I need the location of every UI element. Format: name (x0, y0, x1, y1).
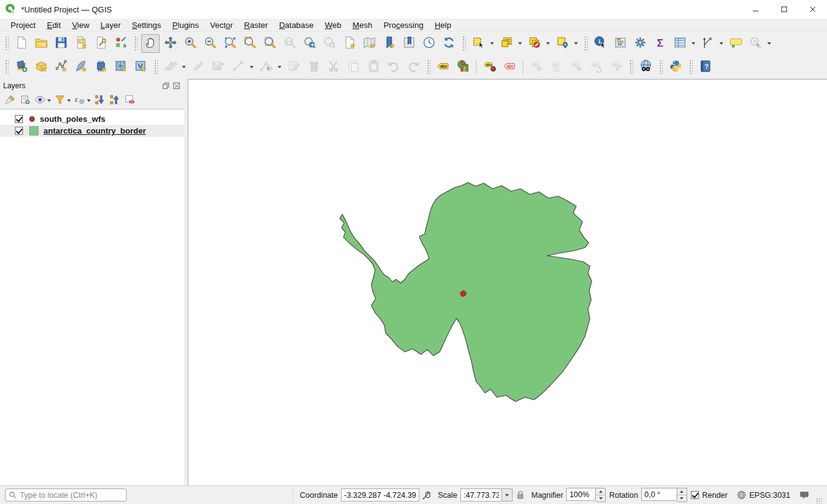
move-label-button[interactable]: abc (567, 58, 585, 76)
menu-settings[interactable]: Settings (126, 19, 167, 31)
menu-project[interactable]: Project (5, 19, 41, 31)
attribute-table-dropdown-button[interactable] (690, 34, 697, 53)
map-canvas[interactable] (188, 79, 827, 485)
deselect-all-dropdown-button[interactable] (544, 34, 552, 53)
scale-dropdown-button[interactable] (501, 488, 513, 502)
new-geopackage-layer-button[interactable] (32, 58, 50, 76)
temporal-controller-button[interactable] (419, 34, 438, 53)
show-layout-manager-button[interactable] (91, 34, 110, 53)
digitize-line-button[interactable] (229, 58, 247, 76)
toolbar-drag-handle[interactable] (659, 60, 663, 75)
select-by-location-dropdown-button[interactable] (572, 34, 580, 53)
vertex-tool-dropdown-button[interactable] (276, 58, 283, 76)
rotation-up-button[interactable] (677, 488, 687, 495)
copy-features-button[interactable] (344, 58, 363, 76)
manage-map-themes-dropdown-button[interactable] (47, 99, 52, 102)
zoom-next-button[interactable] (320, 34, 339, 53)
toolbar-drag-handle[interactable] (462, 36, 466, 51)
pin-unpin-labels-button[interactable]: abc (527, 58, 546, 76)
deselect-all-button[interactable] (525, 34, 544, 53)
zoom-to-selection-button[interactable] (240, 34, 259, 53)
menu-view[interactable]: View (66, 19, 95, 31)
save-layer-edits-button[interactable] (209, 58, 227, 76)
zoom-in-button[interactable] (181, 34, 199, 53)
zoom-full-button[interactable] (221, 34, 239, 53)
remove-layer-button[interactable] (122, 93, 137, 108)
scale-input[interactable] (460, 488, 501, 502)
select-features-button[interactable] (469, 34, 488, 53)
magnifier-input[interactable] (566, 488, 596, 501)
expand-all-button[interactable] (92, 93, 107, 108)
add-group-button[interactable] (17, 93, 32, 108)
new-spatialite-layer-button[interactable] (71, 58, 90, 76)
pan-map-button[interactable] (141, 34, 160, 53)
cut-features-button[interactable] (324, 58, 343, 76)
filter-legend-button[interactable] (52, 93, 67, 108)
layer-labeling-button[interactable]: abc (434, 58, 452, 76)
menu-processing[interactable]: Processing (378, 19, 429, 31)
measure-button[interactable] (698, 34, 717, 53)
field-calculator-button[interactable] (611, 34, 629, 53)
new-virtual-layer-button[interactable] (91, 58, 110, 76)
south-pole-point[interactable] (460, 291, 466, 296)
rotation-spinbox[interactable] (641, 488, 687, 502)
zoom-native-button[interactable]: 1:1 (280, 34, 299, 53)
toolbar-drag-handle[interactable] (689, 60, 693, 75)
zoom-last-button[interactable] (300, 34, 319, 53)
search-tool-dropdown-button[interactable] (765, 34, 773, 53)
resize-grip[interactable] (816, 498, 822, 504)
change-label-properties-button[interactable]: abc (606, 58, 625, 76)
toolbar-drag-handle[interactable] (427, 60, 431, 75)
toolbar-drag-handle[interactable] (5, 60, 9, 75)
delete-selected-button[interactable] (304, 58, 323, 76)
magnifier-down-button[interactable] (596, 495, 605, 502)
lock-scale-icon[interactable] (515, 490, 526, 500)
select-by-form-dropdown-button[interactable] (516, 34, 524, 53)
new-bookmark-button[interactable] (340, 34, 359, 53)
layer-row-antarctica_country_border[interactable]: antarctica_country_border (0, 125, 184, 137)
rotate-label-button[interactable]: abc (587, 58, 605, 76)
pin-labels-button[interactable]: abc (480, 58, 499, 76)
toolbar-drag-handle[interactable] (584, 36, 588, 51)
search-tool-button[interactable] (746, 34, 765, 53)
locate-search[interactable] (5, 488, 127, 502)
redo-button[interactable] (404, 58, 423, 76)
maximize-button[interactable] (770, 0, 798, 19)
toolbar-drag-handle[interactable] (629, 60, 633, 75)
current-edits-button[interactable] (161, 58, 180, 76)
select-features-dropdown-button[interactable] (488, 34, 496, 53)
zoom-out-button[interactable] (201, 34, 219, 53)
menu-database[interactable]: Database (273, 19, 319, 31)
style-manager-button[interactable]: a (111, 34, 130, 53)
open-project-button[interactable] (32, 34, 50, 53)
rotation-input[interactable] (641, 488, 677, 501)
processing-toolbox-button[interactable] (631, 34, 649, 53)
toolbar-drag-handle[interactable] (5, 36, 9, 51)
rotation-down-button[interactable] (677, 495, 687, 502)
select-by-form-button[interactable] (497, 34, 516, 53)
crs-label[interactable]: EPSG:3031 (749, 491, 790, 500)
new-spatial-bookmark-button[interactable] (380, 34, 398, 53)
layer-visibility-checkbox[interactable] (15, 127, 23, 135)
manage-map-themes-button[interactable] (32, 93, 47, 108)
collapse-all-button[interactable] (107, 93, 122, 108)
data-source-manager-button[interactable] (12, 58, 30, 76)
close-panel-button[interactable] (172, 81, 181, 90)
close-button[interactable] (798, 0, 827, 19)
coordinate-input[interactable] (341, 488, 419, 502)
magnifier-spinbox[interactable] (566, 488, 606, 502)
menu-layer[interactable]: Layer (95, 19, 127, 31)
new-gpx-layer-button[interactable] (131, 58, 150, 76)
python-console-button[interactable] (666, 58, 685, 76)
layer-visibility-checkbox[interactable] (15, 115, 23, 123)
statistics-summary-button[interactable]: Σ (651, 34, 669, 53)
render-checkbox[interactable] (691, 491, 699, 499)
open-layer-styling-button[interactable] (2, 93, 17, 108)
show-spatial-bookmarks-button[interactable] (400, 34, 418, 53)
modify-attributes-button[interactable] (285, 58, 303, 76)
menu-vector[interactable]: Vector (204, 19, 239, 31)
new-mesh-layer-button[interactable] (111, 58, 130, 76)
locate-input[interactable] (20, 491, 119, 500)
new-print-layout-button[interactable] (71, 34, 90, 53)
filter-by-expression-button[interactable]: ε (72, 93, 87, 108)
